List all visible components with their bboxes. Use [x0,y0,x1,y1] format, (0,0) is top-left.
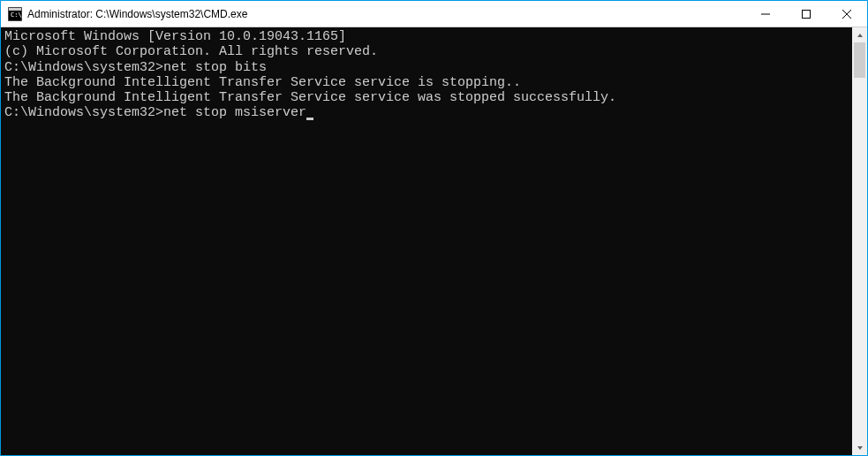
prompt-path: C:\Windows\system32> [4,105,163,120]
svg-rect-1 [9,8,21,11]
scroll-up-arrow-icon[interactable] [852,27,867,42]
svg-rect-4 [803,10,811,18]
terminal-prompt-line: C:\Windows\system32>net stop msiserver [4,105,849,120]
prompt-command: net stop bits [163,60,267,75]
window-title: Administrator: C:\Windows\system32\CMD.e… [27,8,745,20]
scrollbar-thumb[interactable] [854,42,865,78]
prompt-command: net stop msiserver [163,105,306,120]
cmd-window: C:\ Administrator: C:\Windows\system32\C… [0,0,868,456]
titlebar[interactable]: C:\ Administrator: C:\Windows\system32\C… [1,1,867,27]
maximize-button[interactable] [786,1,826,27]
terminal-content[interactable]: Microsoft Windows [Version 10.0.19043.11… [1,27,852,455]
window-controls [745,1,867,27]
terminal-output: The Background Intelligent Transfer Serv… [4,75,849,90]
close-button[interactable] [826,1,867,27]
svg-marker-8 [857,446,863,450]
minimize-button[interactable] [745,1,786,27]
prompt-path: C:\Windows\system32> [4,60,163,75]
terminal-output: The Background Intelligent Transfer Serv… [4,90,849,105]
terminal-line: Microsoft Windows [Version 10.0.19043.11… [4,29,849,44]
terminal-line: (c) Microsoft Corporation. All rights re… [4,44,849,59]
svg-text:C:\: C:\ [11,11,22,19]
cmd-icon: C:\ [8,7,22,21]
scrollbar-track[interactable] [852,42,867,440]
scroll-down-arrow-icon[interactable] [852,440,867,455]
terminal-area: Microsoft Windows [Version 10.0.19043.11… [1,27,867,455]
terminal-prompt-line: C:\Windows\system32>net stop bits [4,60,849,75]
cursor [306,118,313,120]
vertical-scrollbar[interactable] [852,27,867,455]
svg-marker-7 [857,34,863,37]
